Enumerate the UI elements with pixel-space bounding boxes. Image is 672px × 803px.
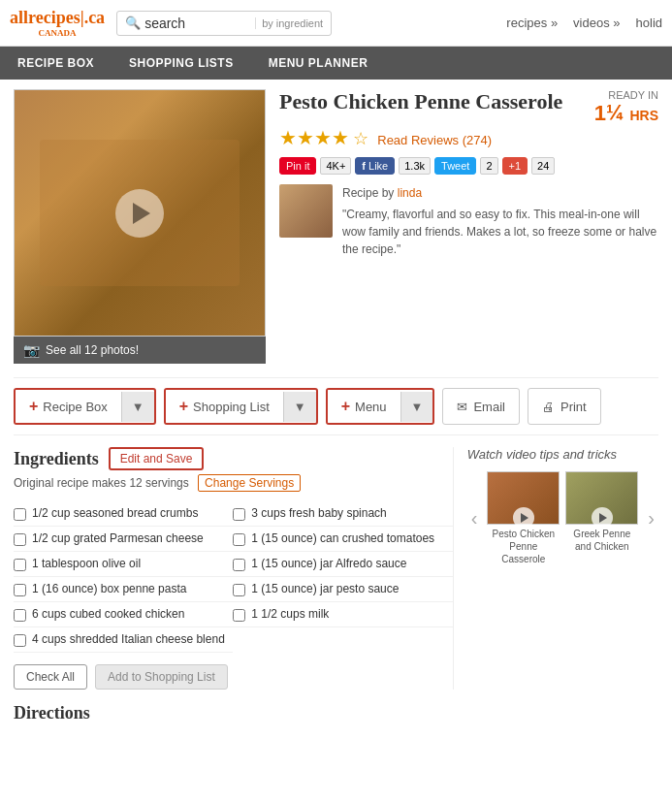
ingredient-checkbox[interactable] <box>14 559 26 571</box>
ingredients-header: Ingredients Edit and Save <box>14 447 453 470</box>
author-photo <box>279 184 333 238</box>
ingredients-buttons: Check All Add to Shopping List <box>14 664 453 690</box>
nav-bar: RECIPE BOX SHOPPING LISTS MENU PLANNER <box>0 47 672 80</box>
facebook-like-button[interactable]: f Like <box>355 157 395 175</box>
pin-count: 4K+ <box>320 157 351 175</box>
photo-bar[interactable]: 📷 See all 12 photos! <box>14 337 266 364</box>
recipe-image <box>14 89 266 337</box>
list-item: 6 cups cubed cooked chicken <box>14 602 233 627</box>
ingredient-checkbox[interactable] <box>14 533 26 546</box>
servings-row: Original recipe makes 12 servings Change… <box>14 476 453 490</box>
ingredients-col-2: 3 cups fresh baby spinach1 (15 ounce) ca… <box>233 501 452 653</box>
check-all-button[interactable]: Check All <box>14 664 87 690</box>
menu-dropdown[interactable]: ▼ <box>400 392 433 422</box>
list-item: 1 tablespoon olive oil <box>14 552 233 577</box>
video-play-button[interactable] <box>115 189 164 238</box>
ingredient-text: 1 (15 ounce) jar Alfredo sauce <box>251 557 406 570</box>
ingredient-checkbox[interactable] <box>233 533 245 546</box>
video-label: Pesto Chicken Penne Casserole <box>487 528 560 565</box>
list-item[interactable]: Greek Penne and Chicken <box>565 471 638 565</box>
pinterest-button[interactable]: Pin it <box>279 157 316 175</box>
ingredient-text: 1/2 cup grated Parmesan cheese <box>32 531 204 545</box>
logo-ca: CANADA <box>10 28 105 38</box>
nav-holiday[interactable]: holid <box>636 16 662 30</box>
print-button[interactable]: 🖨 Print <box>528 388 601 425</box>
recipe-header: 📷 See all 12 photos! Pesto Chicken Penne… <box>14 89 658 364</box>
header-nav: recipes » videos » holid <box>506 16 662 30</box>
gplus-button[interactable]: +1 <box>502 157 528 175</box>
video-prev-button[interactable]: ‹ <box>467 503 482 533</box>
ingredient-checkbox[interactable] <box>14 609 26 622</box>
video-thumbs: Pesto Chicken Penne Casserole Greek Penn… <box>487 471 638 565</box>
list-item: 1 (15 ounce) jar pesto sauce <box>233 577 452 602</box>
email-button[interactable]: ✉ Email <box>442 388 520 425</box>
logo-text: allrecipes|.ca <box>10 8 105 27</box>
ingredient-text: 4 cups shredded Italian cheese blend <box>32 632 225 646</box>
ingredient-text: 1 1/2 cups milk <box>251 607 329 621</box>
list-item: 1 1/2 cups milk <box>233 602 452 627</box>
ingredient-checkbox[interactable] <box>14 584 26 596</box>
list-item: 1/2 cup grated Parmesan cheese <box>14 527 233 552</box>
menu-button[interactable]: + Menu ▼ <box>326 388 435 425</box>
recipe-box-button[interactable]: + Recipe Box ▼ <box>14 388 156 425</box>
recipe-info: Pesto Chicken Penne Casserole READY IN 1… <box>279 89 658 364</box>
recipe-title: Pesto Chicken Penne Casserole <box>279 89 562 114</box>
twitter-button[interactable]: Tweet <box>434 157 476 175</box>
ingredient-checkbox[interactable] <box>14 508 26 521</box>
ready-in-row: Pesto Chicken Penne Casserole READY IN 1… <box>279 89 658 126</box>
list-item[interactable]: Pesto Chicken Penne Casserole <box>487 471 560 565</box>
edit-save-button[interactable]: Edit and Save <box>109 447 205 470</box>
plus-icon: + <box>29 398 38 415</box>
shopping-list-dropdown[interactable]: ▼ <box>283 392 316 422</box>
rating-row: ★★★★ ☆ Read Reviews (274) <box>279 126 658 149</box>
author-link[interactable]: linda <box>398 186 422 200</box>
read-reviews-link[interactable]: Read Reviews (274) <box>377 133 492 147</box>
gplus-count: 24 <box>531 157 555 175</box>
ingredient-checkbox[interactable] <box>233 609 245 622</box>
nav-shopping-lists[interactable]: SHOPPING LISTS <box>112 47 251 80</box>
logo[interactable]: allrecipes|.ca CANADA <box>10 8 105 38</box>
change-servings-link[interactable]: Change Servings <box>198 474 301 492</box>
ready-in-unit: hrs <box>629 108 658 123</box>
ingredient-text: 6 cups cubed cooked chicken <box>32 607 184 621</box>
search-input[interactable] <box>144 16 251 31</box>
list-item: 1 (15 ounce) jar Alfredo sauce <box>233 552 452 577</box>
author-text: Recipe by linda "Creamy, flavorful and s… <box>342 184 658 258</box>
list-item: 3 cups fresh baby spinach <box>233 501 452 527</box>
recipe-image-box: 📷 See all 12 photos! <box>14 89 266 364</box>
ingredient-text: 1 tablespoon olive oil <box>32 557 141 570</box>
nav-menu-planner[interactable]: MENU PLANNER <box>251 47 386 80</box>
ingredient-checkbox[interactable] <box>233 584 245 596</box>
ingredient-checkbox[interactable] <box>233 508 245 521</box>
social-row: Pin it 4K+ f Like 1.3k Tweet 2 +1 24 <box>279 157 658 175</box>
menu-label: Menu <box>355 400 387 414</box>
ingredient-checkbox[interactable] <box>233 559 245 571</box>
header: allrecipes|.ca CANADA 🔍 by ingredient re… <box>0 0 672 47</box>
shopping-list-button[interactable]: + Shopping List ▼ <box>164 388 318 425</box>
ingredient-text: 1 (15 ounce) can crushed tomatoes <box>251 531 434 545</box>
author-label: Recipe by <box>342 186 394 200</box>
video-tips-panel: Watch video tips and tricks ‹ Pesto Chic… <box>453 447 658 690</box>
ingredients-col-1: 1/2 cup seasoned bread crumbs1/2 cup gra… <box>14 501 233 653</box>
video-next-button[interactable]: › <box>644 503 658 533</box>
nav-videos[interactable]: videos » <box>573 16 620 30</box>
add-to-shopping-button[interactable]: Add to Shopping List <box>95 664 228 690</box>
action-row: + Recipe Box ▼ + Shopping List ▼ + Menu … <box>14 377 658 435</box>
print-label: Print <box>560 400 587 414</box>
ready-in: READY IN 1¼ hrs <box>594 89 658 126</box>
video-label: Greek Penne and Chicken <box>565 528 638 553</box>
list-item: 1 (15 ounce) can crushed tomatoes <box>233 527 452 552</box>
ingredients-title: Ingredients <box>14 449 99 469</box>
content-body: Ingredients Edit and Save Original recip… <box>14 447 658 690</box>
fb-like-count: 1.3k <box>399 157 431 175</box>
recipe-box-dropdown[interactable]: ▼ <box>121 392 154 422</box>
nav-recipes[interactable]: recipes » <box>506 16 558 30</box>
video-play-icon <box>592 506 613 528</box>
photo-bar-text: See all 12 photos! <box>46 343 139 357</box>
search-box[interactable]: 🔍 by ingredient <box>116 11 332 36</box>
ingredient-checkbox[interactable] <box>14 634 26 647</box>
print-icon: 🖨 <box>542 400 555 414</box>
nav-recipe-box[interactable]: RECIPE BOX <box>0 47 112 80</box>
email-icon: ✉ <box>457 400 467 414</box>
author-box: Recipe by linda "Creamy, flavorful and s… <box>279 184 658 258</box>
